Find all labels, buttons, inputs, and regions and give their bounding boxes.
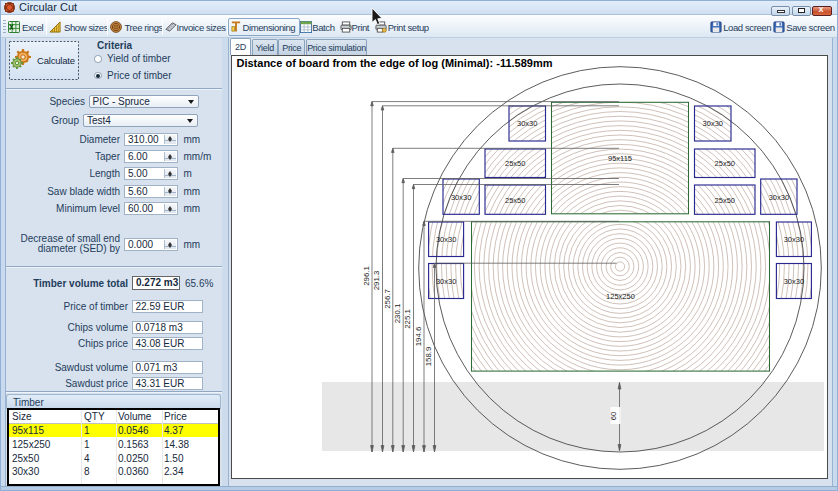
svg-text:230.1: 230.1 xyxy=(393,304,402,324)
svg-text:30x30: 30x30 xyxy=(784,277,804,286)
svg-text:30x30: 30x30 xyxy=(769,193,789,202)
svg-text:30x30: 30x30 xyxy=(703,119,723,128)
svg-text:30x30: 30x30 xyxy=(784,235,804,244)
svg-text:194.6: 194.6 xyxy=(414,327,423,347)
svg-text:30x30: 30x30 xyxy=(451,193,471,202)
svg-text:95x115: 95x115 xyxy=(608,154,632,163)
svg-text:30x30: 30x30 xyxy=(436,235,456,244)
svg-text:256.7: 256.7 xyxy=(383,289,392,309)
svg-text:25x50: 25x50 xyxy=(715,196,735,205)
svg-text:60: 60 xyxy=(609,412,618,420)
svg-text:25x50: 25x50 xyxy=(715,159,735,168)
svg-text:25x50: 25x50 xyxy=(505,196,525,205)
svg-text:25x50: 25x50 xyxy=(505,159,525,168)
svg-text:Distance of board from the edg: Distance of board from the edge of log (… xyxy=(237,57,553,69)
svg-text:30x30: 30x30 xyxy=(436,277,456,286)
svg-text:225.1: 225.1 xyxy=(403,309,412,329)
svg-text:125x250: 125x250 xyxy=(606,292,635,301)
svg-text:291.3: 291.3 xyxy=(372,271,381,291)
svg-text:30x30: 30x30 xyxy=(517,119,537,128)
svg-text:158.9: 158.9 xyxy=(424,347,433,367)
svg-text:296.1: 296.1 xyxy=(362,266,371,286)
